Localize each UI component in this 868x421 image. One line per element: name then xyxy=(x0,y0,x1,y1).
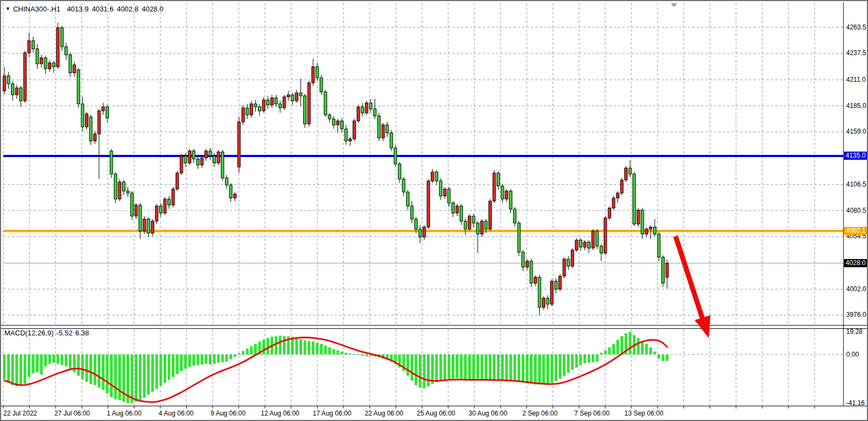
candlesticks xyxy=(3,23,669,315)
price-tick-label: 4106.5 xyxy=(846,181,866,189)
price-line-tag-4060.1: 4060.1 xyxy=(844,227,868,235)
time-tick-label: 1 Aug 06:00 xyxy=(107,410,142,417)
time-tick-label: 30 Aug 06:00 xyxy=(469,410,508,417)
chart-title: ▼CHINA300-,H14013.94031.64002.84028.0 xyxy=(5,5,167,13)
price-tick-label: 3976.0 xyxy=(846,311,866,319)
symbol-timeframe-label: CHINA300-,H1 xyxy=(13,5,61,13)
time-tick-label: 27 Jul 06:00 xyxy=(55,410,90,417)
price-tick-label: 4211.0 xyxy=(846,76,866,84)
price-tick-label: 4237.5 xyxy=(846,49,866,57)
time-tick-label: 12 Aug 06:00 xyxy=(261,410,299,417)
time-tick-label: 7 Sep 06:00 xyxy=(574,410,610,417)
time-tick-label: 9 Aug 06:00 xyxy=(210,410,245,417)
chart-window: ▼CHINA300-,H14013.94031.64002.84028.0 MA… xyxy=(0,0,868,421)
macd-tick-label: 19.28 xyxy=(846,328,863,336)
price-tick-label: 4263.5 xyxy=(846,23,866,32)
macd-tick-label: -41.16 xyxy=(846,399,865,407)
ohlc-open: 4013.9 xyxy=(67,5,89,13)
time-tick-label: 13 Sep 06:00 xyxy=(624,410,663,417)
trend-arrow-annotation[interactable] xyxy=(676,236,710,338)
ohlc-high: 4031.6 xyxy=(92,5,113,13)
price-tick-label: 4080.5 xyxy=(846,207,866,215)
grid-lines xyxy=(3,3,843,408)
price-tick-label: 4185.0 xyxy=(846,102,866,110)
time-tick-label: 22 Jul 2022 xyxy=(3,410,37,417)
price-tick-label: 4159.0 xyxy=(846,128,866,136)
symbol-dropdown-icon[interactable]: ▼ xyxy=(5,6,10,11)
time-tick-label: 25 Aug 06:00 xyxy=(417,410,455,417)
time-tick-label: 2 Sep 06:00 xyxy=(522,410,558,417)
macd-tick-label: 0.00 xyxy=(846,351,859,359)
shift-marker-icon[interactable] xyxy=(671,3,677,7)
ohlc-low: 4002.8 xyxy=(117,5,138,13)
price-line-tag-4028.0: 4028.0 xyxy=(844,259,868,267)
ohlc-close: 4028.0 xyxy=(142,5,164,13)
chart-canvas[interactable] xyxy=(1,1,868,421)
price-line-tag-4135.0: 4135.0 xyxy=(844,152,868,160)
horizontal-line-objects[interactable] xyxy=(3,156,843,263)
macd-signal-value: 6.38 xyxy=(75,329,89,337)
macd-value: -5.52 xyxy=(56,329,73,337)
price-tick-label: 4002.0 xyxy=(846,285,866,293)
macd-indicator-label: MACD(12,26,9)-5.526.38 xyxy=(4,329,92,337)
time-tick-label: 22 Aug 06:00 xyxy=(365,410,403,417)
time-tick-label: 4 Aug 06:00 xyxy=(159,410,194,417)
macd-name: MACD(12,26,9) xyxy=(4,329,53,337)
time-tick-label: 17 Aug 06:00 xyxy=(313,410,352,417)
